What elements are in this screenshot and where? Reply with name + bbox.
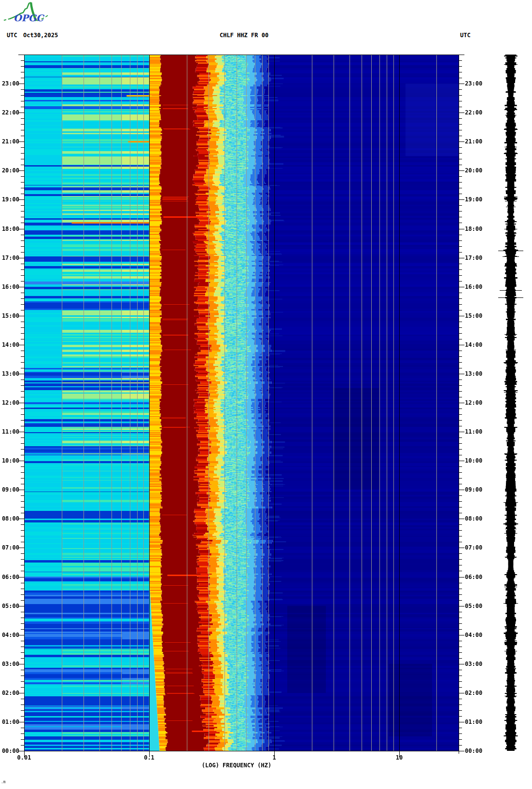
y-axis-label: 13:00 [465, 370, 484, 377]
spectrogram-page: OPGC UTC Oct30,2025 CHLF HHZ FR 00 UTC 2… [0, 0, 532, 789]
y-axis-label: 04:00 [0, 632, 19, 638]
y-axis-label: 01:00 [465, 719, 484, 725]
y-axis-label: 06:00 [465, 574, 484, 580]
y-axis-label: 15:00 [0, 312, 19, 319]
y-axis-label: 03:00 [465, 661, 484, 667]
y-axis-label: 05:00 [0, 603, 19, 609]
y-axis-label: 10:00 [0, 457, 19, 464]
y-axis-label: 20:00 [465, 167, 484, 174]
y-axis-label: 21:00 [465, 138, 484, 145]
x-axis-tick-label: 10 [385, 754, 414, 761]
y-axis-label: 12:00 [465, 399, 484, 406]
y-axis-label: 02:00 [465, 690, 484, 696]
y-axis-label: 20:00 [0, 167, 19, 174]
y-axis-label: 18:00 [0, 225, 19, 232]
y-axis-label: 02:00 [0, 690, 19, 696]
y-axis-label: 05:00 [465, 603, 484, 609]
y-axis-label: 09:00 [0, 486, 19, 493]
y-axis-label: 17:00 [0, 254, 19, 261]
y-axis-label: 17:00 [465, 254, 484, 261]
y-axis-label: 04:00 [465, 632, 484, 638]
y-axis-label: 16:00 [0, 283, 19, 290]
y-axis-label: 06:00 [0, 574, 19, 580]
y-axis-label: 07:00 [465, 544, 484, 551]
x-axis-tick-label: 1 [260, 754, 289, 761]
y-axis-label: 19:00 [0, 196, 19, 203]
y-axis-label: 10:00 [465, 457, 484, 464]
y-axis-label: 03:00 [0, 661, 19, 667]
y-axis-label: 19:00 [465, 196, 484, 203]
y-axis-label: 11:00 [0, 428, 19, 435]
y-axis-label: 22:00 [465, 109, 484, 116]
y-axis-label: 13:00 [0, 370, 19, 377]
y-axis-label: 23:00 [0, 80, 19, 87]
x-axis-title: (LOG) FREQUENCY (HZ) [0, 762, 473, 769]
y-axis-label: 14:00 [465, 341, 484, 348]
y-axis-label: 01:00 [0, 719, 19, 725]
x-axis-tick-label: 0.01 [10, 754, 39, 761]
y-axis-label: 11:00 [465, 428, 484, 435]
axes-ticks-canvas [0, 0, 532, 789]
y-axis-label: 22:00 [0, 109, 19, 116]
x-axis-tick-label: 0.1 [135, 754, 164, 761]
footer-mark: .m [1, 780, 6, 784]
y-axis-label: 21:00 [0, 138, 19, 145]
y-axis-label: 07:00 [0, 544, 19, 551]
y-axis-label: 08:00 [465, 515, 484, 522]
y-axis-label: 00:00 [465, 747, 484, 754]
y-axis-label: 16:00 [465, 283, 484, 290]
y-axis-label: 12:00 [0, 399, 19, 406]
y-axis-label: 23:00 [465, 80, 484, 87]
y-axis-label: 08:00 [0, 515, 19, 522]
y-axis-label: 00:00 [0, 747, 19, 754]
y-axis-label: 14:00 [0, 341, 19, 348]
y-axis-label: 09:00 [465, 486, 484, 493]
y-axis-label: 15:00 [465, 312, 484, 319]
y-axis-label: 18:00 [465, 225, 484, 232]
